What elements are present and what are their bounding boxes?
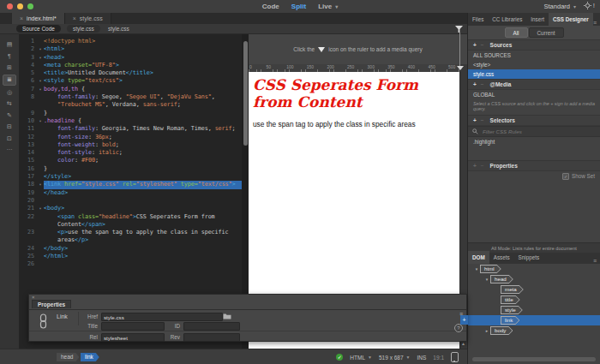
- workspace-switcher[interactable]: Standard ▾: [544, 0, 576, 13]
- panel-tab-files[interactable]: Files: [468, 13, 488, 26]
- code-line[interactable]: 21▾<body>: [19, 205, 242, 212]
- related-file-source-code[interactable]: Source Code: [16, 25, 61, 33]
- code-line[interactable]: 25</html>: [19, 253, 242, 260]
- show-set-toggle[interactable]: ✓ Show Set: [468, 171, 600, 182]
- add-source-button[interactable]: +: [473, 42, 477, 48]
- device-preview-icon[interactable]: [451, 352, 459, 362]
- code-fold-icon[interactable]: ▾: [37, 86, 44, 93]
- doc-type-selector[interactable]: HTML: [350, 355, 365, 361]
- close-tab-icon[interactable]: ×: [73, 15, 76, 21]
- code-line[interactable]: 7▾body,td,th {: [19, 86, 242, 93]
- help-icon[interactable]: ?: [454, 324, 463, 332]
- caret-closed-icon[interactable]: ▸: [483, 328, 490, 333]
- dom-tab-assets[interactable]: Assets: [489, 251, 514, 264]
- format-source-icon[interactable]: ¶: [3, 51, 15, 61]
- view-mode-live[interactable]: Live: [318, 3, 332, 10]
- add-element-button[interactable]: +: [460, 315, 468, 325]
- title-field[interactable]: [101, 322, 165, 331]
- related-file-style-css[interactable]: style.css: [106, 25, 131, 33]
- rel-field[interactable]: [101, 333, 165, 342]
- code-line[interactable]: areas</p>: [19, 236, 242, 244]
- code-fold-icon[interactable]: ▾: [37, 45, 44, 53]
- id-field[interactable]: [183, 322, 240, 331]
- notification-badge[interactable]: !: [593, 2, 595, 9]
- code-line[interactable]: 13 font-weight: bold;: [19, 141, 242, 149]
- more-icon[interactable]: ⋯: [3, 146, 15, 155]
- code-line[interactable]: 22 <span class="headline">CSS Seperates …: [19, 213, 242, 221]
- dom-node-meta[interactable]: meta: [468, 284, 600, 295]
- code-line[interactable]: 9}: [19, 110, 242, 117]
- remove-media-button[interactable]: −: [481, 81, 484, 87]
- code-line[interactable]: "Trebuchet MS", Verdana, sans-serif;: [19, 101, 242, 109]
- remove-selector-button[interactable]: −: [481, 117, 484, 123]
- code-line[interactable]: 3▾<head>: [19, 54, 242, 62]
- code-line[interactable]: 10▾.headline {: [19, 117, 242, 125]
- panel-tab-cc-libraries[interactable]: CC Libraries: [488, 13, 526, 26]
- code-line[interactable]: 2▾<html>: [19, 45, 242, 53]
- href-field[interactable]: [101, 313, 223, 321]
- panel-menu-icon[interactable]: ≡: [593, 20, 600, 26]
- code-line[interactable]: 8 font-family: Segoe, "Segoe UI", "DejaV…: [19, 93, 242, 101]
- validate-icon[interactable]: ◎: [3, 87, 15, 97]
- code-line[interactable]: 24</body>: [19, 245, 242, 253]
- code-fold-icon[interactable]: ▾: [37, 181, 44, 188]
- code-line[interactable]: 11 font-family: Georgia, Times New Roman…: [19, 125, 242, 133]
- code-line[interactable]: 6▾<style type="text/css">: [19, 77, 242, 85]
- swap-view-icon[interactable]: ⇆: [3, 99, 15, 109]
- code-line[interactable]: 26: [19, 260, 242, 268]
- remove-property-button[interactable]: −: [481, 163, 484, 169]
- toggle-all[interactable]: All: [505, 27, 528, 38]
- browse-folder-icon[interactable]: [223, 313, 231, 319]
- code-line[interactable]: 1<!doctype html>: [19, 38, 242, 45]
- tag-crumb-link[interactable]: link: [81, 353, 99, 361]
- tag-crumb-head[interactable]: head: [57, 353, 79, 361]
- media-query-marker-icon[interactable]: [457, 66, 464, 70]
- code-line[interactable]: 5<title>Untitled Document</title>: [19, 69, 242, 77]
- snippet-icon[interactable]: ⊡: [3, 134, 15, 143]
- code-line[interactable]: 23 <p>use the span tag to apply the clas…: [19, 229, 242, 236]
- dom-node-link[interactable]: link: [468, 315, 600, 325]
- code-line[interactable]: 18▾<link href="style.css" rel="styleshee…: [19, 181, 242, 188]
- source-item[interactable]: ALL SOURCES: [468, 51, 600, 60]
- open-documents-icon[interactable]: ▤: [3, 39, 15, 49]
- code-line[interactable]: 16}: [19, 165, 242, 173]
- code-scrollbar-thumb[interactable]: [243, 41, 248, 146]
- dom-node-body[interactable]: ▸body: [468, 325, 600, 336]
- document-tab[interactable]: ×style.css: [65, 13, 111, 24]
- viewport-size-selector[interactable]: 519 x 687: [379, 355, 404, 361]
- dom-tab-dom[interactable]: DOM: [468, 251, 489, 264]
- panel-tab-insert[interactable]: Insert: [526, 13, 549, 26]
- code-fold-icon[interactable]: ▾: [37, 117, 44, 125]
- rev-field[interactable]: [183, 333, 240, 342]
- dom-node-html[interactable]: ▾html: [468, 264, 600, 274]
- code-line[interactable]: 4<meta charset="UTF-8">: [19, 62, 242, 69]
- remove-source-button[interactable]: −: [481, 42, 484, 48]
- dom-tab-snippets[interactable]: Snippets: [514, 251, 544, 264]
- line-numbers-icon[interactable]: ≣: [3, 75, 16, 86]
- related-file-style-css[interactable]: style.css: [67, 25, 100, 33]
- panel-menu-icon[interactable]: ≡: [593, 258, 600, 264]
- caret-open-icon[interactable]: ▾: [483, 277, 490, 282]
- dom-node-style[interactable]: style: [468, 305, 600, 315]
- close-tab-icon[interactable]: ×: [20, 15, 23, 21]
- properties-panel-tab[interactable]: Properties: [32, 300, 71, 308]
- dom-horizontal-scrollbar[interactable]: [472, 357, 596, 361]
- checkbox-checked-icon[interactable]: ✓: [562, 173, 569, 180]
- code-line[interactable]: 15 color: #F00;: [19, 157, 242, 164]
- view-mode-code[interactable]: Code: [262, 3, 279, 10]
- media-item[interactable]: GLOBAL: [468, 90, 600, 99]
- add-selector-button[interactable]: +: [473, 117, 477, 123]
- source-item[interactable]: style.css: [468, 69, 600, 79]
- code-line[interactable]: Content</span>: [19, 221, 242, 229]
- code-line[interactable]: 19</head>: [19, 189, 242, 197]
- add-media-button[interactable]: +: [473, 81, 477, 87]
- dom-node-title[interactable]: title: [468, 295, 600, 305]
- document-tab[interactable]: ×index.html*: [12, 13, 65, 24]
- gear-icon[interactable]: [584, 2, 591, 9]
- code-line[interactable]: 14 font-style: italic;: [19, 149, 242, 157]
- code-line[interactable]: 20: [19, 197, 242, 205]
- panel-tab-css-designer[interactable]: CSS Designer: [549, 13, 593, 26]
- toggle-current[interactable]: Current: [529, 27, 564, 38]
- source-item[interactable]: <style>: [468, 60, 600, 69]
- comment-icon[interactable]: ⊟: [3, 122, 15, 132]
